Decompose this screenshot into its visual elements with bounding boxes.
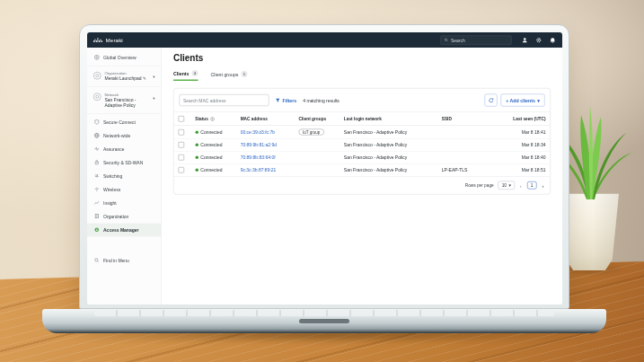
edit-pencil-icon[interactable]: ✎ [143, 76, 146, 81]
divider [87, 113, 162, 114]
ssid [437, 151, 486, 163]
sidebar-item-global-overview[interactable]: Global Overview [87, 50, 162, 64]
network-selector-label: Network [105, 92, 150, 96]
sidebar-item-organization[interactable]: Organization [87, 209, 162, 223]
network-avatar-icon [93, 93, 101, 101]
organization-avatar-icon [93, 72, 101, 80]
tab-label: Clients [173, 71, 190, 76]
account-icon[interactable] [522, 37, 529, 44]
tab-client-groups[interactable]: Client groups 1 [211, 70, 248, 81]
select-all-checkbox[interactable] [179, 116, 185, 122]
top-navbar: Meraki [87, 32, 562, 48]
column-header-ssid: SSID [437, 112, 486, 126]
sidebar-nav: Global Overview Organization Meraki Laun… [87, 48, 162, 305]
mac-address-link[interactable]: 70:89:9b:81:a2:9d [241, 143, 277, 148]
previous-page-button[interactable]: ‹ [519, 182, 523, 189]
status-connected-dot [195, 144, 198, 147]
tab-clients[interactable]: Clients 4 [173, 70, 198, 81]
sidebar-item-label: Global Overview [103, 55, 137, 60]
next-page-button[interactable]: › [542, 182, 545, 189]
network-selector[interactable]: Network San Francisco - Adaptive Policy … [87, 89, 162, 111]
status-connected-dot [195, 130, 198, 134]
column-header-groups: Client groups [295, 112, 340, 126]
sidebar-item-secure-connect[interactable]: Secure Connect [87, 115, 162, 128]
table-row: Connected 00:ce:39:d3:fc:7b IoT group Sa… [174, 126, 551, 139]
ssid: LP-EAP-TLS [437, 163, 486, 176]
sidebar-item-network-wide[interactable]: Network-wide [87, 128, 162, 142]
sidebar-item-security-sdwan[interactable]: Security & SD-WAN [87, 155, 162, 169]
settings-gear-icon[interactable] [535, 37, 543, 44]
global-search[interactable] [441, 35, 512, 45]
mac-address-link[interactable]: 9c:3c:3b:87:89:21 [241, 168, 277, 173]
global-search-input[interactable] [451, 38, 508, 43]
sidebar-item-label: Security & SD-WAN [103, 160, 143, 165]
cisco-logo-icon [93, 38, 102, 43]
lock-icon [93, 159, 100, 165]
organization-selector[interactable]: Organization Meraki Launchpad ✎ ▾ [87, 68, 162, 85]
row-checkbox[interactable] [179, 142, 185, 148]
ssid [437, 126, 486, 139]
cisco-meraki-logo[interactable]: Meraki [93, 37, 123, 43]
status-text: Connected [200, 155, 222, 161]
table-toolbar: Filters 4 matching results [174, 89, 551, 112]
sidebar-item-assurance[interactable]: Assurance [87, 142, 162, 155]
info-icon[interactable] [210, 117, 215, 121]
sidebar-item-label: Secure Connect [103, 119, 136, 125]
status-text: Connected [200, 168, 222, 173]
last-seen: Mar 8 18:34 [486, 138, 550, 151]
shield-icon [93, 119, 100, 125]
laptop-base [42, 309, 606, 333]
rows-per-page-value: 10 [502, 183, 507, 189]
mac-address-link[interactable]: 00:ce:39:d3:fc:7b [241, 129, 275, 135]
sidebar-item-find-in-menu[interactable]: Find in Menu [87, 253, 162, 267]
page-title: Clients [173, 53, 551, 64]
client-group-chip[interactable]: IoT group [299, 129, 324, 136]
access-manager-icon [93, 226, 100, 233]
last-seen: Mar 8 18:51 [486, 163, 550, 176]
current-page-button[interactable]: 1 [527, 181, 537, 190]
row-checkbox[interactable] [179, 167, 185, 173]
matching-results-text: 4 matching results [303, 98, 340, 103]
tabs: Clients 4 Client groups 1 [173, 70, 551, 81]
table-header-row: Status MAC address Client groups [174, 112, 551, 126]
mac-search-input[interactable] [180, 94, 269, 106]
rows-per-page-select[interactable]: 10 ▾ [498, 181, 515, 190]
compass-icon [93, 54, 100, 60]
divider [87, 86, 162, 87]
last-login-network: San Francisco - Adaptive Policy [340, 163, 437, 176]
organization-selector-label: Organization [105, 71, 150, 75]
column-header-last-seen: Last seen (UTC) [486, 112, 550, 126]
sidebar-item-label: Insight [103, 200, 117, 206]
row-checkbox[interactable] [179, 155, 185, 161]
sidebar-item-switching[interactable]: Switching [87, 169, 162, 182]
main-content: Clients Clients 4 Client groups 1 [162, 48, 562, 305]
switch-arrows-icon [93, 172, 100, 179]
table-row: Connected 70:89:8b:83:64:0f San Francisc… [174, 151, 551, 163]
pagination: Rows per page 10 ▾ ‹ 1 › [174, 177, 551, 195]
mac-address-link[interactable]: 70:89:8b:83:64:0f [241, 155, 276, 161]
row-checkbox[interactable] [179, 129, 185, 136]
refresh-button[interactable] [485, 94, 498, 107]
status-connected-dot [195, 169, 198, 172]
last-seen: Mar 8 18:41 [486, 126, 550, 139]
status-text: Connected [200, 143, 222, 148]
ssid [437, 138, 486, 151]
column-header-status: Status [195, 117, 208, 122]
pulse-icon [93, 146, 100, 152]
filters-label: Filters [283, 98, 297, 103]
search-icon [445, 38, 448, 42]
sidebar-item-insight[interactable]: Insight [87, 196, 162, 209]
sidebar-item-label: Access Manager [103, 227, 138, 233]
add-clients-button[interactable]: + Add clients ▾ [501, 94, 545, 107]
scene: Meraki [0, 0, 644, 362]
column-header-network: Last login network [340, 112, 437, 126]
sidebar-item-wireless[interactable]: Wireless [87, 182, 162, 196]
chart-line-icon [93, 199, 100, 206]
filters-button[interactable]: Filters [276, 98, 297, 103]
filter-funnel-icon [276, 98, 281, 103]
wifi-icon [93, 186, 100, 192]
notifications-bell-icon[interactable] [550, 37, 557, 44]
globe-icon [93, 132, 100, 138]
sidebar-item-access-manager[interactable]: Access Manager [87, 223, 162, 236]
last-login-network: San Francisco - Adaptive Policy [340, 151, 437, 163]
